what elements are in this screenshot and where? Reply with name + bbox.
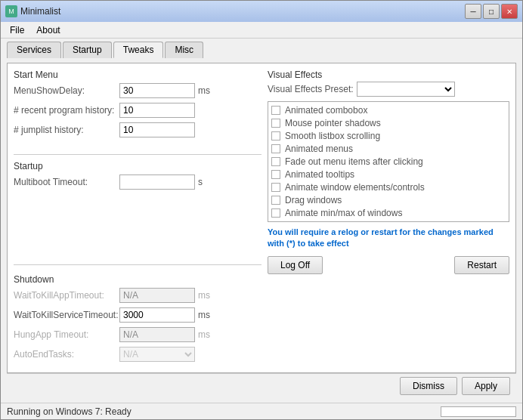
menu-file[interactable]: File — [4, 23, 30, 37]
auto-end-label: AutoEndTasks: — [14, 349, 119, 360]
multiboot-row: Multiboot Timeout: s — [14, 174, 262, 190]
ve-item-label: Animate min/max of windows — [285, 208, 402, 218]
tab-startup[interactable]: Startup — [63, 42, 112, 58]
wait-kill-service-label: WaitToKillServiceTimeout: — [14, 310, 119, 320]
hung-app-label: HungApp Timeout: — [14, 329, 119, 340]
ve-item-label: Animated combobox — [285, 105, 367, 116]
hung-app-unit: ms — [198, 329, 210, 340]
content-area: Start Menu MenuShowDelay: ms # recent pr… — [1, 58, 522, 403]
ve-checkbox[interactable] — [271, 170, 280, 179]
minimize-button[interactable]: ─ — [465, 4, 481, 19]
start-menu-section: Start Menu MenuShowDelay: ms # recent pr… — [14, 69, 262, 142]
list-item: Drag windows — [271, 195, 506, 205]
title-bar: M Minimalist ─ □ ✕ — [1, 1, 522, 22]
restart-note: You will require a relog or restart for … — [268, 227, 509, 250]
hung-app-input — [119, 327, 195, 342]
ve-preset-select[interactable] — [357, 82, 455, 97]
ve-item-label: Smooth listbox scrolling — [285, 131, 380, 141]
apply-button[interactable]: Apply — [462, 377, 510, 395]
shutdown-title: Shutdown — [14, 274, 262, 285]
divider-2 — [14, 264, 262, 265]
maximize-button[interactable]: □ — [483, 4, 500, 19]
tab-tweaks[interactable]: Tweaks — [113, 42, 164, 58]
menu-show-delay-input[interactable] — [119, 83, 195, 98]
wait-kill-app-label: WaitToKillAppTimeout: — [14, 290, 119, 301]
tab-services[interactable]: Services — [7, 42, 61, 58]
ve-item-label: Animated tooltips — [285, 169, 354, 180]
restart-button[interactable]: Restart — [454, 256, 509, 274]
ve-item-label: Drag windows — [285, 195, 342, 205]
auto-end-select: N/A — [119, 347, 195, 362]
ve-checkbox[interactable] — [271, 119, 280, 128]
app-icon: M — [5, 5, 17, 17]
ve-checkbox[interactable] — [271, 131, 280, 141]
ve-checkbox[interactable] — [271, 106, 280, 115]
menu-show-delay-label: MenuShowDelay: — [14, 85, 119, 96]
menu-show-delay-row: MenuShowDelay: ms — [14, 83, 262, 98]
recent-history-row: # recent program history: — [14, 103, 262, 118]
shutdown-section: Shutdown WaitToKillAppTimeout: ms WaitTo… — [14, 274, 262, 366]
list-item: Animated tooltips — [271, 169, 506, 180]
recent-history-label: # recent program history: — [14, 105, 119, 116]
ve-preset-label: Visual Effects Preset: — [268, 84, 354, 94]
wait-kill-app-input — [119, 288, 195, 303]
logoff-button[interactable]: Log Off — [268, 256, 323, 274]
wait-kill-service-row: WaitToKillServiceTimeout: ms — [14, 307, 262, 323]
recent-history-input[interactable] — [119, 103, 195, 118]
ve-item-label: Fade out menu items after clicking — [285, 156, 423, 167]
ve-item-label: Mouse pointer shadows — [285, 118, 381, 128]
ve-preset-row: Visual Effects Preset: — [268, 82, 509, 97]
auto-end-row: AutoEndTasks: N/A — [14, 347, 262, 362]
startup-section: Startup Multiboot Timeout: s — [14, 161, 262, 194]
jumplist-label: # jumplist history: — [14, 125, 119, 135]
bottom-bar: Dismiss Apply — [7, 373, 516, 398]
wait-kill-service-unit: ms — [198, 310, 210, 320]
jumplist-row: # jumplist history: — [14, 122, 262, 137]
visual-effects-title: Visual Effects — [268, 69, 509, 80]
ve-buttons: Log Off Restart — [268, 256, 509, 274]
list-item: Fade out menu items after clicking — [271, 156, 506, 167]
list-item: Mouse pointer shadows — [271, 118, 506, 128]
right-panel: Visual Effects Visual Effects Preset: An… — [268, 69, 509, 366]
ve-checkbox[interactable] — [271, 196, 280, 205]
window-title: Minimalist — [20, 6, 465, 17]
hung-app-row: HungApp Timeout: ms — [14, 327, 262, 342]
wait-kill-service-input[interactable] — [119, 307, 195, 323]
left-panel: Start Menu MenuShowDelay: ms # recent pr… — [14, 69, 262, 366]
close-button[interactable]: ✕ — [501, 4, 518, 19]
status-bar: Running on Windows 7: Ready — [1, 403, 522, 419]
tabs-bar: Services Startup Tweaks Misc — [1, 39, 522, 58]
ve-item-label: Animate window elements/controls — [285, 182, 425, 193]
status-progress-bar — [441, 406, 516, 417]
wait-kill-app-unit: ms — [198, 290, 210, 301]
menu-bar: File About — [1, 22, 522, 39]
dismiss-button[interactable]: Dismiss — [400, 377, 457, 395]
main-window: M Minimalist ─ □ ✕ File About Services S… — [0, 0, 523, 420]
wait-kill-app-row: WaitToKillAppTimeout: ms — [14, 288, 262, 303]
list-item: Animated menus — [271, 144, 506, 154]
multiboot-input[interactable] — [119, 174, 195, 190]
main-panel: Start Menu MenuShowDelay: ms # recent pr… — [7, 63, 516, 373]
list-item: Animate window elements/controls — [271, 182, 506, 193]
divider-1 — [14, 154, 262, 155]
menu-show-delay-unit: ms — [198, 85, 210, 96]
ve-item-label: Animated menus — [285, 144, 353, 154]
ve-list-box: Animated comboboxMouse pointer shadowsSm… — [268, 101, 509, 222]
multiboot-unit: s — [198, 177, 203, 187]
start-menu-title: Start Menu — [14, 69, 262, 80]
startup-title: Startup — [14, 161, 262, 171]
menu-about[interactable]: About — [30, 23, 66, 37]
multiboot-label: Multiboot Timeout: — [14, 177, 119, 187]
ve-checkbox[interactable] — [271, 183, 280, 192]
list-item: Animate min/max of windows — [271, 208, 506, 218]
list-item: Animated combobox — [271, 105, 506, 116]
jumplist-input[interactable] — [119, 122, 195, 137]
list-item: Smooth listbox scrolling — [271, 131, 506, 141]
ve-checkbox[interactable] — [271, 208, 280, 218]
ve-checkbox[interactable] — [271, 157, 280, 166]
tab-misc[interactable]: Misc — [165, 42, 203, 58]
ve-checkbox[interactable] — [271, 144, 280, 153]
status-text: Running on Windows 7: Ready — [7, 406, 132, 417]
window-controls: ─ □ ✕ — [465, 4, 518, 19]
